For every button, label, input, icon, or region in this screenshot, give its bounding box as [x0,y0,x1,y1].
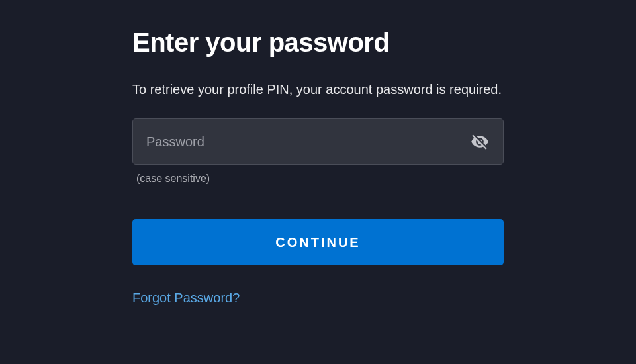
password-hint: (case sensitive) [136,173,504,185]
page-title: Enter your password [132,28,504,58]
password-input[interactable] [132,118,504,165]
visibility-off-icon[interactable] [471,132,489,151]
forgot-password-link[interactable]: Forgot Password? [132,291,240,305]
instruction-text: To retrieve your profile PIN, your accou… [132,79,504,100]
password-field-wrapper [132,118,504,165]
continue-button[interactable]: CONTINUE [132,219,504,265]
